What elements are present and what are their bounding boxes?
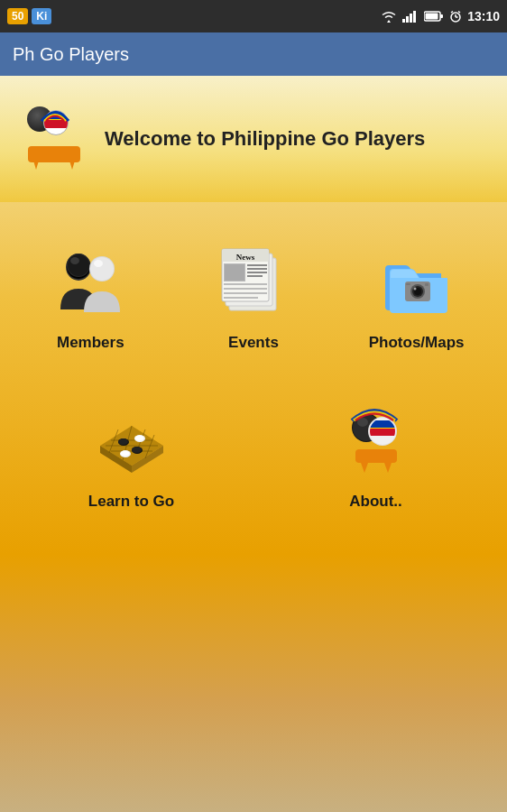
about-label: About..: [349, 493, 402, 511]
menu-grid-row2: Learn to Go: [0, 370, 507, 529]
svg-point-57: [134, 435, 143, 440]
svg-rect-28: [225, 264, 244, 281]
svg-point-21: [94, 260, 103, 267]
svg-rect-70: [370, 428, 395, 429]
svg-point-41: [413, 287, 416, 290]
about-icon-container: [331, 393, 421, 484]
svg-point-59: [132, 447, 142, 453]
events-label: Events: [228, 334, 279, 352]
menu-item-members[interactable]: Members: [9, 220, 172, 370]
svg-marker-12: [33, 161, 39, 170]
status-right: 13:10: [381, 9, 500, 23]
main-content: Welcome to Philippine Go Players: [0, 76, 507, 812]
learn-to-go-icon-container: [87, 393, 177, 484]
svg-rect-6: [426, 14, 438, 20]
flag-arc-icon: [40, 106, 70, 123]
svg-rect-2: [410, 14, 412, 23]
menu-item-photos-maps[interactable]: Photos/Maps: [335, 220, 498, 370]
welcome-text: Welcome to Philippine Go Players: [105, 126, 425, 152]
about-icon: [336, 401, 417, 477]
svg-point-17: [68, 254, 89, 276]
svg-rect-43: [406, 283, 410, 285]
status-time: 13:10: [467, 9, 500, 23]
svg-line-11: [458, 12, 460, 14]
svg-line-10: [451, 12, 453, 14]
header-area: Welcome to Philippine Go Players: [0, 76, 507, 202]
svg-point-55: [118, 438, 128, 445]
alarm-icon: [449, 10, 462, 23]
svg-point-18: [70, 257, 79, 264]
menu-item-about[interactable]: About..: [254, 379, 498, 529]
signal-icon: [402, 10, 419, 23]
svg-marker-13: [69, 161, 75, 170]
members-icon: [50, 242, 131, 318]
svg-point-20: [90, 257, 114, 281]
svg-rect-72: [355, 449, 397, 463]
members-icon-container: [45, 235, 135, 325]
bench-legs-icon: [28, 161, 80, 171]
members-label: Members: [57, 334, 124, 352]
svg-rect-5: [440, 14, 443, 18]
svg-rect-3: [413, 11, 416, 23]
photos-maps-icon: [376, 242, 457, 318]
app-logo: [18, 103, 90, 175]
svg-point-61: [120, 450, 129, 456]
photos-maps-label: Photos/Maps: [369, 334, 465, 352]
menu-item-learn-to-go[interactable]: Learn to Go: [9, 379, 254, 529]
svg-marker-73: [361, 463, 368, 473]
badge-50: 50: [7, 8, 28, 24]
status-left: 50 Ki: [7, 8, 51, 24]
svg-text:News: News: [236, 253, 255, 262]
events-icon-container: News: [208, 235, 299, 325]
svg-rect-0: [402, 19, 405, 23]
svg-rect-71: [370, 429, 395, 436]
status-bar: 50 Ki 13:10: [0, 0, 507, 32]
photos-maps-icon-container: [372, 235, 462, 325]
svg-rect-42: [425, 283, 429, 286]
menu-item-events[interactable]: News Events: [172, 220, 336, 370]
svg-rect-1: [406, 16, 409, 23]
badge-ki: Ki: [32, 8, 51, 24]
title-bar: Ph Go Players: [0, 32, 507, 76]
learn-to-go-label: Learn to Go: [88, 493, 174, 511]
app-title: Ph Go Players: [13, 44, 129, 65]
learn-to-go-icon: [91, 401, 172, 477]
wifi-icon: [381, 10, 397, 23]
svg-marker-74: [384, 463, 392, 473]
events-icon: News: [213, 242, 294, 318]
menu-grid-row1: Members News: [0, 202, 507, 370]
battery-icon: [424, 11, 444, 22]
